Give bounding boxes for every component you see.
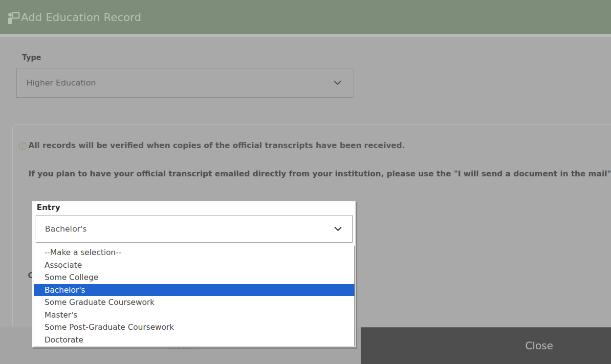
- entry-options-list: --Make a selection--AssociateSome Colleg…: [34, 246, 355, 346]
- chalkboard-teacher-icon: [7, 11, 21, 24]
- notice-line1-row: All records will be verified when copies…: [19, 141, 405, 150]
- entry-select-value: Bachelor's: [45, 224, 334, 234]
- type-select-value: Higher Education: [26, 78, 334, 87]
- modal-header: Add Education Record: [0, 0, 611, 34]
- notice-line2-text: If you plan to have your official transc…: [28, 169, 611, 178]
- header-divider: [0, 34, 611, 37]
- page-title: Add Education Record: [21, 11, 141, 23]
- close-button[interactable]: Close: [361, 327, 611, 364]
- entry-dropdown-popup: Entry Bachelor's --Make a selection--Ass…: [32, 201, 356, 347]
- dropdown-option[interactable]: Some Graduate Coursework: [34, 296, 354, 309]
- type-label: Type: [22, 53, 41, 62]
- chevron-down-icon: [334, 227, 342, 232]
- dropdown-option[interactable]: Some Post-Graduate Coursework: [34, 321, 354, 334]
- dropdown-option[interactable]: Associate: [34, 259, 354, 272]
- dropdown-option[interactable]: Bachelor's: [34, 284, 354, 297]
- entry-select[interactable]: Bachelor's: [36, 215, 353, 243]
- dropdown-option[interactable]: --Make a selection--: [34, 246, 354, 259]
- dropdown-option[interactable]: Master's: [34, 309, 354, 321]
- type-select[interactable]: Higher Education: [16, 68, 353, 98]
- close-button-label: Close: [525, 340, 553, 352]
- modal-overlay: Add Education Record Type Higher Educati…: [0, 0, 611, 364]
- entry-label: Entry: [37, 203, 60, 212]
- info-icon: [19, 142, 27, 150]
- notice-line1-text: All records will be verified when copies…: [28, 141, 405, 150]
- chevron-down-icon: [334, 81, 341, 86]
- dropdown-option[interactable]: Doctorate: [34, 334, 354, 346]
- dropdown-option[interactable]: Some College: [34, 271, 354, 284]
